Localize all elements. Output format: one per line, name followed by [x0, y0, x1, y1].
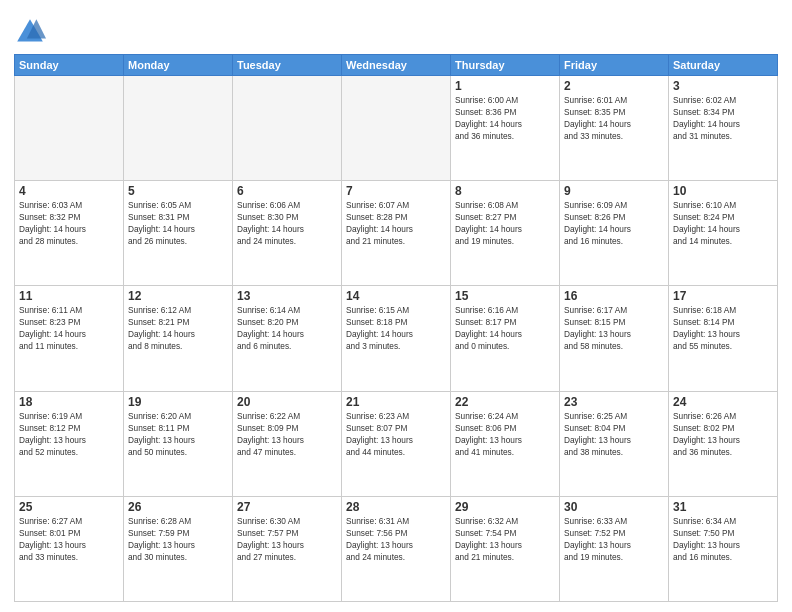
- calendar-cell: [124, 76, 233, 181]
- weekday-header-tuesday: Tuesday: [233, 55, 342, 76]
- day-info: Sunrise: 6:02 AM Sunset: 8:34 PM Dayligh…: [673, 94, 773, 142]
- day-number: 22: [455, 395, 555, 409]
- weekday-header-monday: Monday: [124, 55, 233, 76]
- calendar-cell: [15, 76, 124, 181]
- day-number: 11: [19, 289, 119, 303]
- day-info: Sunrise: 6:16 AM Sunset: 8:17 PM Dayligh…: [455, 304, 555, 352]
- calendar-cell: 13Sunrise: 6:14 AM Sunset: 8:20 PM Dayli…: [233, 286, 342, 391]
- day-info: Sunrise: 6:03 AM Sunset: 8:32 PM Dayligh…: [19, 199, 119, 247]
- calendar-cell: 21Sunrise: 6:23 AM Sunset: 8:07 PM Dayli…: [342, 391, 451, 496]
- calendar-cell: 7Sunrise: 6:07 AM Sunset: 8:28 PM Daylig…: [342, 181, 451, 286]
- calendar-cell: 24Sunrise: 6:26 AM Sunset: 8:02 PM Dayli…: [669, 391, 778, 496]
- day-number: 30: [564, 500, 664, 514]
- day-info: Sunrise: 6:11 AM Sunset: 8:23 PM Dayligh…: [19, 304, 119, 352]
- day-number: 17: [673, 289, 773, 303]
- day-info: Sunrise: 6:17 AM Sunset: 8:15 PM Dayligh…: [564, 304, 664, 352]
- day-info: Sunrise: 6:09 AM Sunset: 8:26 PM Dayligh…: [564, 199, 664, 247]
- day-number: 29: [455, 500, 555, 514]
- calendar-cell: 5Sunrise: 6:05 AM Sunset: 8:31 PM Daylig…: [124, 181, 233, 286]
- day-info: Sunrise: 6:01 AM Sunset: 8:35 PM Dayligh…: [564, 94, 664, 142]
- day-number: 3: [673, 79, 773, 93]
- header: [14, 10, 778, 48]
- day-number: 2: [564, 79, 664, 93]
- day-number: 24: [673, 395, 773, 409]
- calendar-cell: 12Sunrise: 6:12 AM Sunset: 8:21 PM Dayli…: [124, 286, 233, 391]
- weekday-header-friday: Friday: [560, 55, 669, 76]
- day-info: Sunrise: 6:07 AM Sunset: 8:28 PM Dayligh…: [346, 199, 446, 247]
- weekday-header-sunday: Sunday: [15, 55, 124, 76]
- week-row-2: 4Sunrise: 6:03 AM Sunset: 8:32 PM Daylig…: [15, 181, 778, 286]
- day-number: 8: [455, 184, 555, 198]
- week-row-5: 25Sunrise: 6:27 AM Sunset: 8:01 PM Dayli…: [15, 496, 778, 601]
- logo-icon: [14, 16, 46, 48]
- calendar-cell: 19Sunrise: 6:20 AM Sunset: 8:11 PM Dayli…: [124, 391, 233, 496]
- calendar-table: SundayMondayTuesdayWednesdayThursdayFrid…: [14, 54, 778, 602]
- day-info: Sunrise: 6:33 AM Sunset: 7:52 PM Dayligh…: [564, 515, 664, 563]
- calendar-cell: 23Sunrise: 6:25 AM Sunset: 8:04 PM Dayli…: [560, 391, 669, 496]
- week-row-1: 1Sunrise: 6:00 AM Sunset: 8:36 PM Daylig…: [15, 76, 778, 181]
- day-info: Sunrise: 6:27 AM Sunset: 8:01 PM Dayligh…: [19, 515, 119, 563]
- day-info: Sunrise: 6:05 AM Sunset: 8:31 PM Dayligh…: [128, 199, 228, 247]
- day-info: Sunrise: 6:34 AM Sunset: 7:50 PM Dayligh…: [673, 515, 773, 563]
- week-row-4: 18Sunrise: 6:19 AM Sunset: 8:12 PM Dayli…: [15, 391, 778, 496]
- day-info: Sunrise: 6:30 AM Sunset: 7:57 PM Dayligh…: [237, 515, 337, 563]
- day-number: 13: [237, 289, 337, 303]
- calendar-cell: [342, 76, 451, 181]
- day-number: 23: [564, 395, 664, 409]
- calendar-cell: 1Sunrise: 6:00 AM Sunset: 8:36 PM Daylig…: [451, 76, 560, 181]
- calendar-cell: 4Sunrise: 6:03 AM Sunset: 8:32 PM Daylig…: [15, 181, 124, 286]
- day-number: 21: [346, 395, 446, 409]
- day-info: Sunrise: 6:32 AM Sunset: 7:54 PM Dayligh…: [455, 515, 555, 563]
- calendar-cell: 30Sunrise: 6:33 AM Sunset: 7:52 PM Dayli…: [560, 496, 669, 601]
- calendar-cell: 14Sunrise: 6:15 AM Sunset: 8:18 PM Dayli…: [342, 286, 451, 391]
- day-number: 19: [128, 395, 228, 409]
- calendar-cell: 27Sunrise: 6:30 AM Sunset: 7:57 PM Dayli…: [233, 496, 342, 601]
- weekday-header-row: SundayMondayTuesdayWednesdayThursdayFrid…: [15, 55, 778, 76]
- day-number: 31: [673, 500, 773, 514]
- calendar-cell: 26Sunrise: 6:28 AM Sunset: 7:59 PM Dayli…: [124, 496, 233, 601]
- logo: [14, 16, 48, 48]
- weekday-header-wednesday: Wednesday: [342, 55, 451, 76]
- day-number: 6: [237, 184, 337, 198]
- calendar-cell: [233, 76, 342, 181]
- calendar-cell: 3Sunrise: 6:02 AM Sunset: 8:34 PM Daylig…: [669, 76, 778, 181]
- day-info: Sunrise: 6:12 AM Sunset: 8:21 PM Dayligh…: [128, 304, 228, 352]
- day-info: Sunrise: 6:24 AM Sunset: 8:06 PM Dayligh…: [455, 410, 555, 458]
- calendar-cell: 15Sunrise: 6:16 AM Sunset: 8:17 PM Dayli…: [451, 286, 560, 391]
- day-info: Sunrise: 6:22 AM Sunset: 8:09 PM Dayligh…: [237, 410, 337, 458]
- day-info: Sunrise: 6:06 AM Sunset: 8:30 PM Dayligh…: [237, 199, 337, 247]
- day-number: 18: [19, 395, 119, 409]
- day-number: 27: [237, 500, 337, 514]
- day-info: Sunrise: 6:00 AM Sunset: 8:36 PM Dayligh…: [455, 94, 555, 142]
- calendar-cell: 29Sunrise: 6:32 AM Sunset: 7:54 PM Dayli…: [451, 496, 560, 601]
- day-info: Sunrise: 6:19 AM Sunset: 8:12 PM Dayligh…: [19, 410, 119, 458]
- day-number: 16: [564, 289, 664, 303]
- day-info: Sunrise: 6:10 AM Sunset: 8:24 PM Dayligh…: [673, 199, 773, 247]
- calendar-cell: 20Sunrise: 6:22 AM Sunset: 8:09 PM Dayli…: [233, 391, 342, 496]
- day-info: Sunrise: 6:18 AM Sunset: 8:14 PM Dayligh…: [673, 304, 773, 352]
- calendar-cell: 16Sunrise: 6:17 AM Sunset: 8:15 PM Dayli…: [560, 286, 669, 391]
- calendar-cell: 31Sunrise: 6:34 AM Sunset: 7:50 PM Dayli…: [669, 496, 778, 601]
- day-info: Sunrise: 6:26 AM Sunset: 8:02 PM Dayligh…: [673, 410, 773, 458]
- calendar-cell: 22Sunrise: 6:24 AM Sunset: 8:06 PM Dayli…: [451, 391, 560, 496]
- weekday-header-thursday: Thursday: [451, 55, 560, 76]
- day-number: 20: [237, 395, 337, 409]
- calendar-cell: 9Sunrise: 6:09 AM Sunset: 8:26 PM Daylig…: [560, 181, 669, 286]
- weekday-header-saturday: Saturday: [669, 55, 778, 76]
- day-number: 7: [346, 184, 446, 198]
- day-info: Sunrise: 6:20 AM Sunset: 8:11 PM Dayligh…: [128, 410, 228, 458]
- calendar-cell: 28Sunrise: 6:31 AM Sunset: 7:56 PM Dayli…: [342, 496, 451, 601]
- calendar-cell: 11Sunrise: 6:11 AM Sunset: 8:23 PM Dayli…: [15, 286, 124, 391]
- calendar-cell: 6Sunrise: 6:06 AM Sunset: 8:30 PM Daylig…: [233, 181, 342, 286]
- calendar-cell: 18Sunrise: 6:19 AM Sunset: 8:12 PM Dayli…: [15, 391, 124, 496]
- day-number: 15: [455, 289, 555, 303]
- day-number: 26: [128, 500, 228, 514]
- calendar-cell: 17Sunrise: 6:18 AM Sunset: 8:14 PM Dayli…: [669, 286, 778, 391]
- calendar-cell: 25Sunrise: 6:27 AM Sunset: 8:01 PM Dayli…: [15, 496, 124, 601]
- calendar-cell: 8Sunrise: 6:08 AM Sunset: 8:27 PM Daylig…: [451, 181, 560, 286]
- day-number: 14: [346, 289, 446, 303]
- day-number: 5: [128, 184, 228, 198]
- calendar-cell: 2Sunrise: 6:01 AM Sunset: 8:35 PM Daylig…: [560, 76, 669, 181]
- day-info: Sunrise: 6:15 AM Sunset: 8:18 PM Dayligh…: [346, 304, 446, 352]
- week-row-3: 11Sunrise: 6:11 AM Sunset: 8:23 PM Dayli…: [15, 286, 778, 391]
